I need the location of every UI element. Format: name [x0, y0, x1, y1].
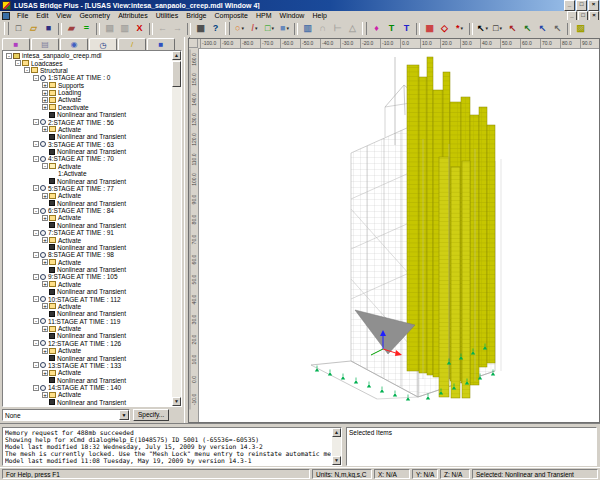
- scroll-down-icon[interactable]: ▼: [332, 456, 341, 465]
- tree-expander-icon[interactable]: -: [33, 252, 39, 258]
- line-tool-icon[interactable]: /▾: [247, 21, 262, 36]
- tree-expander-icon[interactable]: -: [6, 53, 12, 59]
- redo-icon[interactable]: →: [170, 21, 185, 36]
- import-model-icon[interactable]: ▰: [64, 21, 79, 36]
- volume-tool-icon[interactable]: ■▾: [277, 21, 292, 36]
- tree-node[interactable]: Nonlinear and Transient: [4, 222, 171, 229]
- menu-geometry[interactable]: Geometry: [75, 11, 114, 20]
- restore-button[interactable]: □: [576, 0, 587, 11]
- tree-node[interactable]: +Activate: [4, 281, 171, 288]
- tree-node[interactable]: Nonlinear and Transient: [4, 332, 171, 339]
- tree-node[interactable]: Nonlinear and Transient: [4, 310, 171, 317]
- menu-hpm[interactable]: HPM: [252, 11, 276, 20]
- menu-window[interactable]: Window: [276, 11, 309, 20]
- scrollbar-thumb[interactable]: [172, 61, 181, 87]
- tree-expander-icon[interactable]: -: [33, 119, 39, 125]
- tree-expander-icon[interactable]: +: [42, 126, 48, 132]
- tree-node[interactable]: +Activate: [4, 303, 171, 310]
- tree-node[interactable]: Nonlinear and Transient: [4, 148, 171, 155]
- tree-node[interactable]: -5:STAGE AT TIME : 77: [4, 185, 171, 192]
- dialog-icon[interactable]: ▥: [300, 21, 315, 36]
- tree-expander-icon[interactable]: -: [33, 296, 39, 302]
- facet-tool-icon[interactable]: △: [345, 21, 360, 36]
- mesh-equivalence-icon[interactable]: =: [79, 21, 94, 36]
- tree-expander-icon[interactable]: -: [33, 362, 39, 368]
- tree-node[interactable]: -8:STAGE AT TIME : 98: [4, 251, 171, 258]
- tree-expander-icon[interactable]: -: [33, 156, 39, 162]
- output-scrollbar[interactable]: ▲ ▼: [332, 428, 341, 465]
- tree-node[interactable]: +Activate: [4, 259, 171, 266]
- tree-node[interactable]: Nonlinear and Transient: [4, 200, 171, 207]
- select-polygon-icon[interactable]: ↖: [535, 21, 550, 36]
- tree-node[interactable]: +Activate: [4, 96, 171, 103]
- tree-node[interactable]: Nonlinear and Transient: [4, 288, 171, 295]
- tree-node[interactable]: -Activate: [4, 163, 171, 170]
- tree-expander-icon[interactable]: +: [42, 97, 48, 103]
- tree-node[interactable]: -Structural: [4, 67, 171, 74]
- tree-expander-icon[interactable]: -: [15, 60, 21, 66]
- tree-node[interactable]: -2:STAGE AT TIME : 56: [4, 118, 171, 125]
- tree-expander-icon[interactable]: -: [33, 75, 39, 81]
- tree-expander-icon[interactable]: -: [33, 230, 39, 236]
- paste-icon[interactable]: ▤: [102, 21, 117, 36]
- scroll-up-icon[interactable]: ▲: [172, 51, 181, 60]
- tree-expander-icon[interactable]: +: [42, 259, 48, 265]
- tree-node[interactable]: -1:STAGE AT TIME : 0: [4, 74, 171, 81]
- menu-file[interactable]: File: [13, 11, 32, 20]
- loadcase-filter-combo[interactable]: None ▼: [2, 409, 130, 421]
- tree-node[interactable]: +Loading: [4, 89, 171, 96]
- combo-dropdown-icon[interactable]: ▼: [119, 410, 129, 420]
- tree-node[interactable]: +Activate: [4, 325, 171, 332]
- tree-node[interactable]: -12:STAGE AT TIME : 126: [4, 340, 171, 347]
- menu-help[interactable]: Help: [308, 11, 330, 20]
- solids-view-icon[interactable]: ♦: [369, 21, 384, 36]
- arc-tool-icon[interactable]: ∩: [315, 21, 330, 36]
- sweep-tool-icon[interactable]: ⊢: [330, 21, 345, 36]
- tree-node[interactable]: Nonlinear and Transient: [4, 377, 171, 384]
- tree-expander-icon[interactable]: +: [42, 193, 48, 199]
- tree-expander-icon[interactable]: +: [42, 370, 48, 376]
- tree-node[interactable]: Nonlinear and Transient: [4, 244, 171, 251]
- tree-node[interactable]: -11:STAGE AT TIME : 119: [4, 318, 171, 325]
- refine-mesh-icon[interactable]: ◇: [437, 21, 452, 36]
- tree-expander-icon[interactable]: -: [42, 163, 48, 169]
- menu-bridge[interactable]: Bridge: [182, 11, 210, 20]
- tree-node[interactable]: 1:Activate: [4, 170, 171, 177]
- tree-node[interactable]: +Activate: [4, 369, 171, 376]
- minimize-button[interactable]: _: [564, 0, 575, 11]
- tree-expander-icon[interactable]: -: [33, 141, 39, 147]
- print-icon[interactable]: ▦: [193, 21, 208, 36]
- select-cursor-icon[interactable]: ↖▾: [475, 21, 490, 36]
- tree-expander-icon[interactable]: -: [33, 185, 39, 191]
- menu-composite[interactable]: Composite: [211, 11, 252, 20]
- model-view-canvas[interactable]: [199, 49, 599, 422]
- tree-node[interactable]: -3:STAGE AT TIME : 63: [4, 141, 171, 148]
- tree-node[interactable]: -4:STAGE AT TIME : 70: [4, 155, 171, 162]
- tree-expander-icon[interactable]: +: [42, 281, 48, 287]
- local-axes-icon[interactable]: T: [384, 21, 399, 36]
- open-file-icon[interactable]: ▱: [26, 21, 41, 36]
- scroll-down-icon[interactable]: ▼: [172, 397, 181, 406]
- tree-expander-icon[interactable]: +: [42, 215, 48, 221]
- menu-view[interactable]: View: [52, 11, 75, 20]
- tree-expander-icon[interactable]: +: [42, 303, 48, 309]
- tree-node[interactable]: Nonlinear and Transient: [4, 354, 171, 361]
- tree-scrollbar[interactable]: ▲ ▼: [172, 51, 181, 406]
- tree-expander-icon[interactable]: +: [42, 90, 48, 96]
- tree-expander-icon[interactable]: -: [33, 340, 39, 346]
- point-tool-icon[interactable]: ○▾: [232, 21, 247, 36]
- tree-expander-icon[interactable]: +: [42, 237, 48, 243]
- select-remove-icon[interactable]: ↖: [520, 21, 535, 36]
- menu-edit[interactable]: Edit: [32, 11, 52, 20]
- tree-node[interactable]: +Activate: [4, 214, 171, 221]
- tree-expander-icon[interactable]: -: [33, 274, 39, 280]
- tree-node[interactable]: -13:STAGE AT TIME : 133: [4, 362, 171, 369]
- copy-icon[interactable]: ▥: [117, 21, 132, 36]
- tree-node[interactable]: -9:STAGE AT TIME : 105: [4, 273, 171, 280]
- surface-tool-icon[interactable]: □▾: [262, 21, 277, 36]
- menu-utilities[interactable]: Utilities: [152, 11, 183, 20]
- tree-expander-icon[interactable]: +: [42, 326, 48, 332]
- tree-node[interactable]: Nonlinear and Transient: [4, 111, 171, 118]
- tree-expander-icon[interactable]: -: [24, 67, 30, 73]
- tree-node[interactable]: -Loadcases: [4, 59, 171, 66]
